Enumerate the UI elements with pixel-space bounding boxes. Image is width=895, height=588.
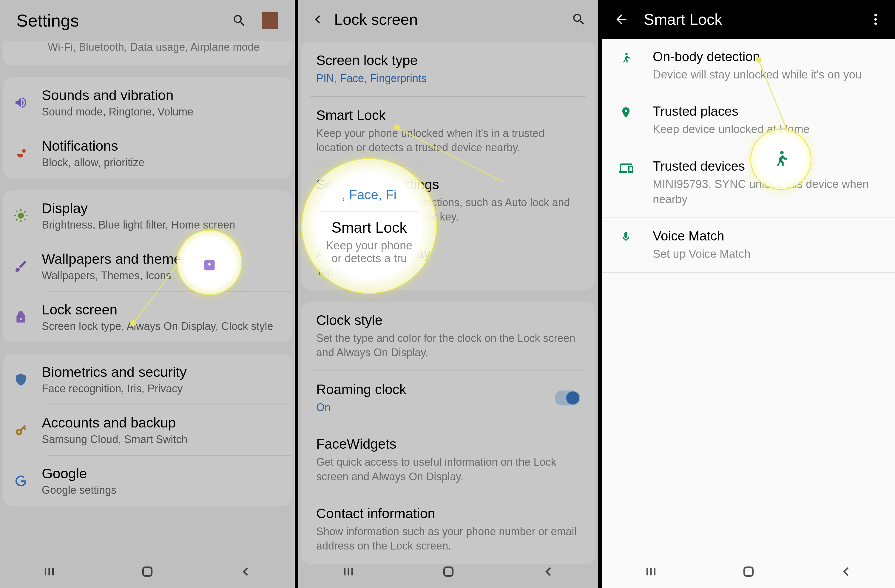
- callout-walk-icon: [750, 129, 812, 190]
- security-card: Biometrics and securityFace recognition,…: [3, 354, 292, 506]
- search-icon[interactable]: [232, 13, 247, 28]
- clock-card: Clock style Set the type and color for t…: [301, 302, 595, 564]
- back-icon[interactable]: [614, 12, 629, 27]
- on-body-detection-item[interactable]: On-body detectionDevice will stay unlock…: [602, 39, 895, 93]
- callout-dot: [130, 320, 136, 326]
- sounds-item[interactable]: Sounds and vibrationSound mode, Ringtone…: [3, 77, 292, 128]
- lock-icon: [12, 311, 30, 324]
- back-button[interactable]: [237, 563, 255, 580]
- biometrics-item[interactable]: Biometrics and securityFace recognition,…: [3, 354, 292, 405]
- settings-header: Settings: [0, 0, 295, 41]
- svg-point-7: [625, 53, 628, 55]
- nav-bar: [0, 555, 295, 588]
- google-icon: [12, 474, 30, 488]
- nav-bar: [298, 555, 598, 588]
- svg-point-5: [874, 18, 877, 21]
- sounds-card: Sounds and vibrationSound mode, Ringtone…: [3, 77, 292, 179]
- recents-button[interactable]: [40, 563, 58, 580]
- sound-icon: [12, 95, 30, 110]
- walk-icon: [614, 49, 638, 82]
- svg-point-11: [780, 151, 784, 154]
- voice-match-item[interactable]: Voice MatchSet up Voice Match: [602, 218, 895, 273]
- back-button[interactable]: [837, 563, 855, 580]
- home-button[interactable]: [138, 563, 156, 580]
- back-icon[interactable]: [310, 12, 325, 27]
- roaming-clock-toggle[interactable]: [555, 391, 580, 405]
- notifications-item[interactable]: NotificationsBlock, allow, prioritize: [3, 128, 292, 179]
- settings-title: Settings: [17, 11, 232, 30]
- display-item[interactable]: DisplayBrightness, Blue light filter, Ho…: [3, 190, 292, 241]
- notification-icon: [12, 146, 30, 161]
- trusted-devices-item[interactable]: Trusted devicesMINI95793, SYNC unlock th…: [602, 148, 895, 218]
- svg-rect-8: [744, 567, 753, 576]
- search-icon[interactable]: [571, 12, 586, 27]
- wallpapers-item[interactable]: Wallpapers and themesWallpapers, Themes,…: [3, 241, 292, 291]
- trusted-places-item[interactable]: Trusted placesKeep device unlocked at Ho…: [602, 93, 895, 148]
- svg-point-1: [18, 213, 24, 219]
- back-button[interactable]: [539, 563, 557, 580]
- recents-button[interactable]: [340, 563, 357, 580]
- screen-lock-type-item[interactable]: Screen lock type PIN, Face, Fingerprints: [301, 42, 595, 96]
- svg-point-10: [208, 263, 211, 265]
- key-icon: [12, 424, 30, 437]
- smart-lock-header: Smart Lock: [602, 0, 895, 39]
- svg-rect-2: [143, 567, 152, 576]
- accounts-item[interactable]: Accounts and backupSamsung Cloud, Smart …: [3, 405, 292, 455]
- roaming-clock-item[interactable]: Roaming clock On: [301, 371, 595, 426]
- callout-dot: [394, 124, 400, 130]
- google-item[interactable]: GoogleGoogle settings: [3, 456, 292, 506]
- home-button[interactable]: [740, 563, 757, 580]
- svg-point-0: [22, 149, 26, 153]
- smart-lock-item[interactable]: Smart Lock Keep your phone unlocked when…: [301, 97, 595, 165]
- clock-style-item[interactable]: Clock style Set the type and color for t…: [301, 302, 595, 371]
- settings-panel: Settings Wi-Fi, Bluetooth, Data usage, A…: [0, 0, 295, 588]
- callout-lock-icon: [177, 230, 242, 296]
- svg-rect-3: [444, 567, 452, 576]
- mic-icon: [614, 229, 638, 262]
- svg-point-4: [874, 14, 877, 16]
- brightness-icon: [12, 209, 30, 223]
- lock-screen-header: Lock screen: [298, 0, 598, 39]
- more-icon[interactable]: [868, 12, 883, 27]
- lock-screen-panel: Lock screen Screen lock type PIN, Face, …: [298, 0, 598, 588]
- lock-screen-item[interactable]: Lock screenScreen lock type, Always On D…: [3, 292, 292, 342]
- svg-point-6: [874, 23, 877, 25]
- shield-icon: [12, 373, 30, 386]
- callout-smart-lock: , Face, Fi Smart Lock Keep your phone or…: [301, 158, 437, 294]
- home-button[interactable]: [440, 563, 457, 580]
- callout-dot: [756, 57, 762, 63]
- display-card: DisplayBrightness, Blue light filter, Ho…: [3, 190, 292, 342]
- profile-avatar[interactable]: [262, 12, 278, 29]
- lock-screen-title: Lock screen: [334, 11, 571, 28]
- nav-bar: [602, 555, 895, 588]
- facewidgets-item[interactable]: FaceWidgets Get quick access to useful i…: [301, 426, 595, 494]
- devices-icon: [614, 159, 638, 207]
- recents-button[interactable]: [642, 563, 660, 580]
- connections-card-partial[interactable]: Wi-Fi, Bluetooth, Data usage, Airplane m…: [3, 41, 292, 65]
- location-icon: [614, 104, 638, 137]
- brush-icon: [12, 259, 30, 274]
- contact-info-item[interactable]: Contact information Show information suc…: [301, 495, 595, 564]
- smart-lock-panel: Smart Lock On-body detectionDevice will …: [602, 0, 895, 588]
- smart-lock-title: Smart Lock: [644, 11, 868, 28]
